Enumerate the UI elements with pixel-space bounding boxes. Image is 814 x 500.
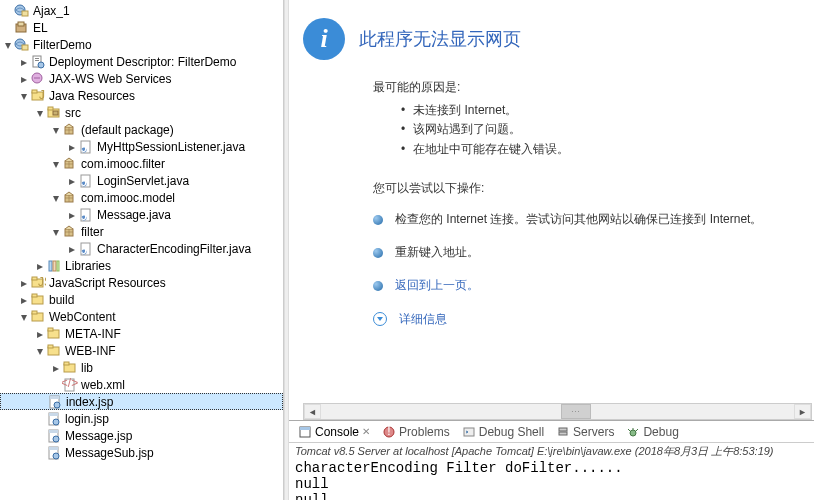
tree-item[interactable]: ▾filter [0, 223, 283, 240]
jsp-icon [46, 445, 62, 461]
tree-item[interactable]: ▾(default package) [0, 121, 283, 138]
error-title: 此程序无法显示网页 [359, 27, 521, 51]
collapse-icon[interactable]: ▾ [50, 226, 61, 237]
folder-icon [30, 292, 46, 308]
expand-icon[interactable]: ▸ [34, 328, 45, 339]
tree-item[interactable]: ▾JJava Resources [0, 87, 283, 104]
tab-servers[interactable]: Servers [551, 422, 619, 442]
tree-item[interactable]: ▸JMessage.java [0, 206, 283, 223]
tree-item-label: com.imooc.filter [81, 157, 165, 171]
expand-icon[interactable]: ▸ [66, 209, 77, 220]
svg-rect-61 [49, 447, 58, 450]
tree-item[interactable]: ▸JCharacterEncodingFilter.java [0, 240, 283, 257]
tree-item[interactable]: ▾WebContent [0, 308, 283, 325]
tab-problems[interactable]: !Problems [377, 422, 455, 442]
folder-icon [46, 326, 62, 342]
tab-debug-shell[interactable]: Debug Shell [457, 422, 549, 442]
tree-item[interactable]: ▸META-INF [0, 325, 283, 342]
expand-icon[interactable]: ▸ [66, 175, 77, 186]
tree-item[interactable]: ▸Libraries [0, 257, 283, 274]
tree-item[interactable]: Message.jsp [0, 427, 283, 444]
svg-rect-69 [559, 432, 567, 435]
tree-item[interactable]: ▸JLoginServlet.java [0, 172, 283, 189]
tree-item[interactable]: ▾WEB-INF [0, 342, 283, 359]
collapse-icon[interactable]: ▾ [50, 124, 61, 135]
pkg-icon [62, 224, 78, 240]
tree-item[interactable]: ▸JMyHttpSessionListener.java [0, 138, 283, 155]
svg-point-62 [53, 453, 59, 459]
svg-text:JS: JS [38, 275, 46, 289]
tree-item[interactable]: ▸JSJavaScript Resources [0, 274, 283, 291]
reason-item: 未连接到 Internet。 [401, 101, 814, 120]
collapse-icon[interactable]: ▾ [34, 107, 45, 118]
xml-icon: </> [62, 377, 78, 393]
svg-rect-37 [32, 277, 37, 280]
svg-line-72 [628, 429, 630, 431]
collapse-icon[interactable]: ▾ [2, 39, 13, 50]
tree-item-label: META-INF [65, 327, 121, 341]
reason-item: 在地址中可能存在键入错误。 [401, 140, 814, 159]
tree-item[interactable]: index.jsp [0, 393, 283, 410]
jsres-icon: JS [30, 275, 46, 291]
tree-item-label: Deployment Descriptor: FilterDemo [49, 55, 236, 69]
tree-item[interactable]: MessageSub.jsp [0, 444, 283, 461]
details-link[interactable]: 详细信息 [399, 310, 447, 329]
tab-console[interactable]: Console✕ [293, 422, 375, 442]
expand-icon[interactable]: ▸ [66, 243, 77, 254]
expand-icon[interactable]: ▸ [66, 141, 77, 152]
tree-item[interactable]: ▸Deployment Descriptor: FilterDemo [0, 53, 283, 70]
tree-item[interactable]: ▸lib [0, 359, 283, 376]
tree-item[interactable]: login.jsp [0, 410, 283, 427]
svg-rect-15 [48, 107, 53, 110]
tree-item[interactable]: ▸JAX-WS Web Services [0, 70, 283, 87]
project-explorer[interactable]: Ajax_1EL▾FilterDemo▸Deployment Descripto… [0, 0, 284, 500]
svg-point-9 [38, 62, 44, 68]
expand-icon[interactable]: ▸ [50, 362, 61, 373]
pkg-icon [62, 156, 78, 172]
proj-ear-icon [14, 20, 30, 36]
collapse-icon[interactable]: ▾ [50, 192, 61, 203]
tree-item[interactable]: ▾src [0, 104, 283, 121]
svg-rect-46 [48, 345, 53, 348]
tree-item-label: WEB-INF [65, 344, 116, 358]
expand-icon[interactable]: ▸ [18, 56, 29, 67]
collapse-icon[interactable]: ▾ [18, 311, 29, 322]
scroll-left-button[interactable]: ◄ [304, 404, 321, 419]
expand-icon[interactable]: ▸ [18, 277, 29, 288]
tree-item[interactable]: EL [0, 19, 283, 36]
action-link[interactable]: 返回到上一页。 [395, 276, 479, 295]
svg-text:J: J [81, 209, 87, 223]
tree-item-label: MyHttpSessionListener.java [97, 140, 245, 154]
tree-item[interactable]: Ajax_1 [0, 2, 283, 19]
problems-icon: ! [382, 425, 396, 439]
horizontal-scrollbar[interactable]: ◄ ··· ► [303, 403, 812, 420]
scroll-track[interactable]: ··· [321, 404, 794, 419]
tree-item-label: lib [81, 361, 93, 375]
console-icon [298, 425, 312, 439]
svg-point-59 [53, 436, 59, 442]
tree-item[interactable]: ▾FilterDemo [0, 36, 283, 53]
console-output[interactable]: characterEncoding Filter doFilter...... … [289, 460, 814, 500]
bullet-icon [373, 215, 383, 225]
expand-icon[interactable]: ▸ [18, 73, 29, 84]
scroll-thumb[interactable]: ··· [561, 404, 591, 419]
tree-item[interactable]: ▾com.imooc.filter [0, 155, 283, 172]
collapse-icon[interactable]: ▾ [50, 158, 61, 169]
tree-item[interactable]: </>web.xml [0, 376, 283, 393]
tree-item-label: WebContent [49, 310, 116, 324]
tab-debug[interactable]: Debug [621, 422, 683, 442]
proj-web-icon [14, 37, 30, 53]
expand-arrow-icon[interactable] [373, 312, 387, 326]
tree-item-label: MessageSub.jsp [65, 446, 154, 460]
collapse-icon[interactable]: ▾ [18, 90, 29, 101]
expand-icon[interactable]: ▸ [34, 260, 45, 271]
tree-item[interactable]: ▸build [0, 291, 283, 308]
java-icon: J [78, 207, 94, 223]
svg-rect-52 [50, 396, 59, 399]
scroll-right-button[interactable]: ► [794, 404, 811, 419]
tree-item[interactable]: ▾com.imooc.model [0, 189, 283, 206]
expand-icon[interactable]: ▸ [18, 294, 29, 305]
tree-item-label: Libraries [65, 259, 111, 273]
close-icon[interactable]: ✕ [362, 426, 370, 437]
collapse-icon[interactable]: ▾ [34, 345, 45, 356]
